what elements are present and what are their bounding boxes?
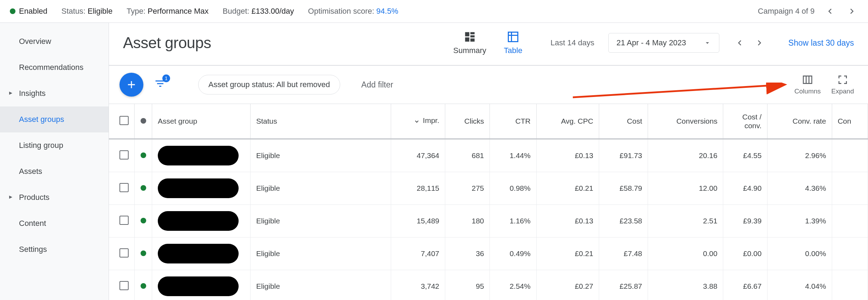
filter-chip-status[interactable]: Asset group status: All but removed (198, 75, 340, 94)
content-header: Asset groups Summary Table Last 14 days … (109, 23, 868, 55)
col-cost-per-conv[interactable]: Cost / conv. (723, 104, 767, 139)
cell-avg-cpc: £0.21 (536, 237, 599, 270)
cell-cost-per-conv: £4.90 (723, 172, 767, 205)
sidebar-item-label: Settings (19, 245, 47, 254)
content-area: Asset groups Summary Table Last 14 days … (109, 23, 868, 300)
row-checkbox[interactable] (119, 248, 129, 257)
cell-clicks: 180 (445, 205, 490, 237)
next-period-button[interactable] (753, 37, 766, 49)
cell-conv-rate: 0.00% (767, 237, 832, 270)
next-campaign-button[interactable] (846, 5, 858, 18)
cell-avg-cpc: £0.13 (536, 205, 599, 237)
expand-button[interactable]: Expand (831, 74, 854, 95)
cell-ctr: 1.44% (490, 139, 536, 172)
row-checkbox[interactable] (119, 183, 129, 192)
col-impr-label: Impr. (423, 116, 439, 125)
col-conversions[interactable]: Conversions (648, 104, 723, 139)
row-status-dot-cell (135, 270, 152, 300)
redacted-name (158, 146, 239, 165)
cell-status: Eligible (251, 172, 391, 205)
filter-chip-label: Asset group status: All but removed (208, 80, 330, 89)
select-all-checkbox[interactable] (119, 116, 129, 125)
top-bar: Enabled Status: Eligible Type: Performan… (0, 0, 868, 23)
col-ctr[interactable]: CTR (490, 104, 536, 139)
sidebar-item-overview[interactable]: Overview (0, 28, 109, 54)
col-impr[interactable]: Impr. (391, 104, 445, 139)
plus-icon (125, 79, 137, 91)
row-checkbox[interactable] (119, 150, 129, 159)
enabled-dot-icon (10, 8, 15, 14)
row-checkbox[interactable] (119, 216, 129, 225)
budget-field[interactable]: Budget: £133.00/day (223, 7, 294, 16)
cell-avg-cpc: £0.21 (536, 172, 599, 205)
col-asset-group[interactable]: Asset group (152, 104, 251, 139)
enabled-dot-icon (141, 185, 146, 191)
sidebar-item-asset-groups[interactable]: Asset groups (0, 106, 109, 132)
status-value: Eligible (88, 7, 112, 16)
redacted-name (158, 244, 239, 263)
columns-button[interactable]: Columns (795, 74, 821, 95)
type-label: Type: (127, 7, 145, 16)
enabled-dot-icon (141, 250, 146, 256)
cell-conv-rate: 1.39% (767, 205, 832, 237)
col-status[interactable]: Status (251, 104, 391, 139)
prev-campaign-button[interactable] (824, 5, 836, 18)
cell-conv-rate: 2.96% (767, 139, 832, 172)
sidebar-item-label: Overview (19, 37, 51, 46)
table-icon (507, 31, 519, 43)
add-filter-button[interactable]: Add filter (361, 80, 784, 90)
cell-status: Eligible (251, 237, 391, 270)
sidebar-item-recommendations[interactable]: Recommendations (0, 54, 109, 80)
expand-label: Expand (831, 87, 854, 95)
row-checkbox[interactable] (119, 281, 129, 290)
dropdown-icon (704, 39, 711, 47)
col-partial[interactable]: Con (832, 104, 868, 139)
cell-asset-group[interactable] (152, 172, 251, 205)
filter-button[interactable]: 1 (154, 77, 167, 92)
sidebar-item-assets[interactable]: Assets (0, 158, 109, 184)
sidebar-item-listing-group[interactable]: Listing group (0, 132, 109, 158)
date-range-value: 21 Apr - 4 May 2023 (616, 38, 686, 47)
redacted-name (158, 211, 239, 231)
tab-summary-label: Summary (453, 46, 486, 55)
row-select-cell (109, 237, 135, 270)
prev-period-button[interactable] (733, 37, 746, 49)
opt-label: Optimisation score: (308, 7, 374, 16)
cell-partial (832, 270, 868, 300)
sidebar-item-settings[interactable]: Settings (0, 236, 109, 262)
cell-impr: 15,489 (391, 205, 445, 237)
sidebar-item-insights[interactable]: Insights (0, 80, 109, 106)
summary-icon (464, 31, 476, 43)
cell-cost: £23.58 (599, 205, 648, 237)
tab-table[interactable]: Table (504, 31, 523, 55)
cell-impr: 28,115 (391, 172, 445, 205)
col-clicks[interactable]: Clicks (445, 104, 490, 139)
asset-groups-table: Asset group Status Impr. Clicks CTR Avg.… (109, 104, 868, 300)
cell-avg-cpc: £0.13 (536, 139, 599, 172)
optimisation-score-field[interactable]: Optimisation score: 94.5% (308, 7, 399, 16)
show-last-30-days-link[interactable]: Show last 30 days (788, 38, 854, 48)
cell-cost-per-conv: £0.00 (723, 237, 767, 270)
cell-asset-group[interactable] (152, 237, 251, 270)
cell-impr: 47,364 (391, 139, 445, 172)
cell-asset-group[interactable] (152, 205, 251, 237)
col-cost[interactable]: Cost (599, 104, 648, 139)
col-conv-rate[interactable]: Conv. rate (767, 104, 832, 139)
enabled-label: Enabled (19, 7, 47, 16)
cell-clicks: 36 (445, 237, 490, 270)
campaign-status[interactable]: Enabled (10, 7, 47, 16)
col-avg-cpc[interactable]: Avg. CPC (536, 104, 599, 139)
enabled-dot-icon (141, 152, 146, 158)
status-dot-icon (141, 118, 146, 124)
add-asset-group-button[interactable] (119, 73, 143, 97)
cell-impr: 3,742 (391, 270, 445, 300)
cell-asset-group[interactable] (152, 139, 251, 172)
sidebar-item-content[interactable]: Content (0, 210, 109, 236)
sidebar-item-label: Recommendations (19, 63, 83, 72)
cell-ctr: 1.16% (490, 205, 536, 237)
tab-summary[interactable]: Summary (453, 31, 486, 55)
cell-asset-group[interactable] (152, 270, 251, 300)
cell-avg-cpc: £0.27 (536, 270, 599, 300)
date-range-picker[interactable]: 21 Apr - 4 May 2023 (608, 33, 719, 53)
sidebar-item-products[interactable]: Products (0, 184, 109, 210)
